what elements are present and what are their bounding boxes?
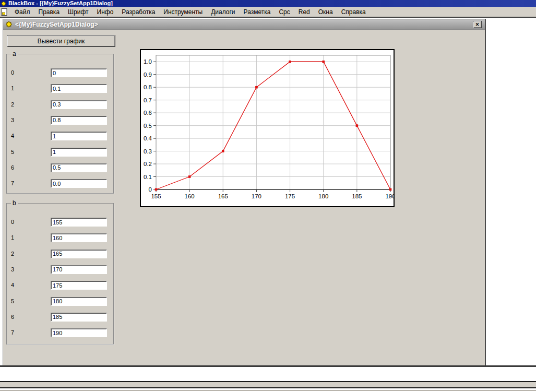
- menu-bar: Файл Правка Шрифт Инфо Разработка Инстру…: [0, 7, 536, 18]
- svg-text:0.2: 0.2: [144, 161, 152, 167]
- menu-cpc[interactable]: Cpc: [275, 8, 294, 16]
- param-a-1-label: 1: [11, 85, 23, 91]
- param-a-6-input[interactable]: [51, 163, 107, 172]
- app-icon: [1, 1, 6, 6]
- menu-info[interactable]: Инфо: [93, 8, 118, 16]
- window-bottom-border: [0, 365, 536, 367]
- dialog-icon: [5, 21, 13, 28]
- menu-develop[interactable]: Разработка: [117, 8, 159, 16]
- menu-red[interactable]: Red: [294, 8, 314, 16]
- param-b-6-label: 6: [11, 314, 23, 320]
- param-a-5-input[interactable]: [51, 148, 107, 157]
- window-title: BlackBox - [{My}FuzzySetApp1Dialog]: [8, 0, 113, 7]
- param-b-2-label: 2: [11, 251, 23, 257]
- menu-windows[interactable]: Окна: [314, 8, 337, 16]
- document-icon[interactable]: [1, 8, 7, 16]
- param-b-1-input[interactable]: [51, 233, 107, 242]
- plot-button[interactable]: Вывести график: [7, 35, 115, 47]
- menu-file[interactable]: Файл: [10, 8, 34, 16]
- param-a-7-input[interactable]: [51, 179, 107, 188]
- svg-text:0.9: 0.9: [144, 72, 152, 78]
- param-b-7-label: 7: [11, 329, 23, 336]
- dialog-title: <{My}FuzzySetApp1Dialog>: [15, 21, 98, 28]
- param-b-3-label: 3: [11, 266, 23, 272]
- svg-text:0.6: 0.6: [144, 110, 152, 116]
- svg-text:1.0: 1.0: [144, 58, 152, 65]
- param-a-2-input[interactable]: [51, 100, 107, 109]
- menu-edit[interactable]: Правка: [34, 8, 64, 16]
- param-a-7-label: 7: [11, 180, 23, 186]
- param-b-0-input[interactable]: [51, 218, 107, 227]
- svg-text:190: 190: [385, 193, 394, 199]
- param-a-0-label: 0: [11, 69, 23, 76]
- svg-text:0.7: 0.7: [144, 97, 152, 103]
- param-b-5-label: 5: [11, 298, 23, 304]
- param-b-4-label: 4: [11, 282, 23, 288]
- chart-panel: 15516016517017518018519000.10.20.30.40.5…: [140, 49, 395, 207]
- param-a-4-label: 4: [11, 133, 23, 139]
- svg-text:165: 165: [218, 193, 228, 199]
- close-button[interactable]: ✕: [473, 21, 482, 28]
- param-a-0-input[interactable]: [51, 68, 107, 77]
- menu-font[interactable]: Шрифт: [64, 8, 92, 16]
- svg-text:155: 155: [151, 193, 161, 199]
- menu-tools[interactable]: Инструменты: [159, 8, 207, 16]
- group-a-label: a: [11, 50, 18, 57]
- svg-text:180: 180: [318, 193, 328, 199]
- svg-text:160: 160: [185, 193, 195, 199]
- svg-text:0.4: 0.4: [144, 135, 152, 141]
- param-b-3-input[interactable]: [51, 265, 107, 274]
- svg-text:175: 175: [285, 193, 295, 199]
- svg-text:0.5: 0.5: [144, 123, 152, 129]
- param-b-6-input[interactable]: [51, 313, 107, 322]
- dialog-window: <{My}FuzzySetApp1Dialog> ✕ Вывести графи…: [3, 19, 486, 367]
- menu-dialogs[interactable]: Диалоги: [207, 8, 239, 16]
- param-b-1-label: 1: [11, 234, 23, 241]
- membership-chart: 15516016517017518018519000.10.20.30.40.5…: [141, 50, 394, 206]
- param-a-2-label: 2: [11, 101, 23, 108]
- group-b-label: b: [11, 199, 18, 207]
- param-b-4-input[interactable]: [51, 281, 107, 290]
- svg-text:170: 170: [252, 193, 261, 199]
- status-bar: [0, 381, 536, 388]
- param-a-5-label: 5: [11, 149, 23, 155]
- menu-help[interactable]: Справка: [337, 8, 370, 16]
- param-b-0-label: 0: [11, 219, 23, 225]
- param-b-2-input[interactable]: [51, 250, 107, 258]
- group-b: b 01234567: [6, 203, 114, 345]
- dialog-titlebar[interactable]: <{My}FuzzySetApp1Dialog> ✕: [3, 19, 485, 30]
- param-a-3-input[interactable]: [51, 116, 107, 125]
- param-a-1-input[interactable]: [51, 84, 107, 93]
- group-a: a 01234567: [6, 54, 114, 194]
- param-a-4-input[interactable]: [51, 132, 107, 140]
- bottom-strip: [0, 390, 536, 391]
- svg-text:0.1: 0.1: [144, 174, 152, 180]
- param-b-7-input[interactable]: [51, 328, 107, 337]
- param-b-5-input[interactable]: [51, 297, 107, 306]
- menu-markup[interactable]: Разметка: [240, 8, 275, 16]
- close-icon: ✕: [475, 22, 480, 27]
- param-a-3-label: 3: [11, 117, 23, 123]
- svg-text:185: 185: [352, 193, 362, 199]
- svg-text:0: 0: [149, 186, 152, 193]
- main-titlebar[interactable]: BlackBox - [{My}FuzzySetApp1Dialog]: [0, 0, 536, 7]
- svg-text:0.3: 0.3: [144, 148, 152, 155]
- svg-text:0.8: 0.8: [144, 84, 152, 90]
- param-a-6-label: 6: [11, 164, 23, 171]
- application-window: BlackBox - [{My}FuzzySetApp1Dialog] Файл…: [0, 0, 536, 392]
